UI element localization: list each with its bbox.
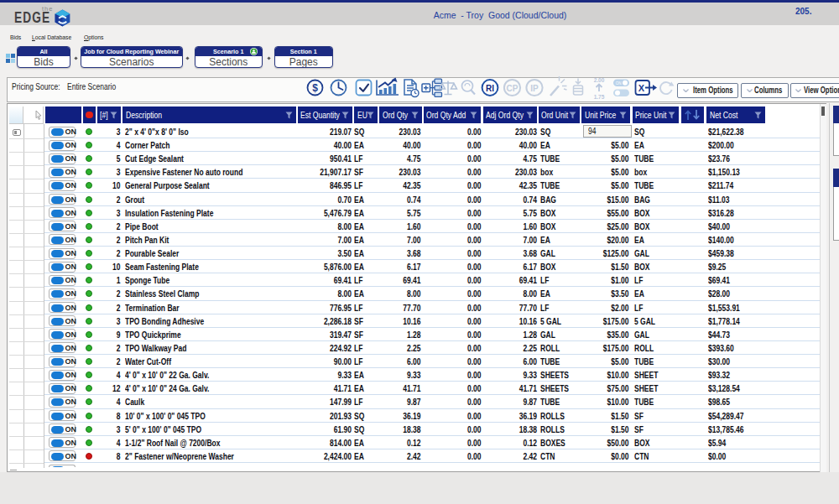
svg-text:RI: RI — [486, 84, 494, 93]
svg-text:$: $ — [312, 82, 318, 94]
svg-text:X: X — [638, 83, 645, 93]
svg-text:1.75: 1.75 — [594, 94, 605, 100]
svg-text:IP: IP — [530, 84, 539, 93]
svg-text:CP: CP — [507, 84, 519, 93]
svg-text:2.00: 2.00 — [594, 77, 605, 83]
svg-text:ON: ON — [616, 81, 622, 86]
